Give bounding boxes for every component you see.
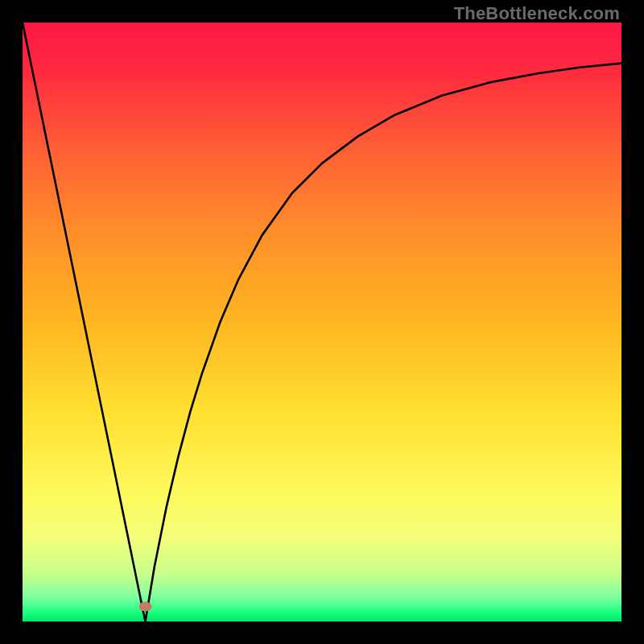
curve-line (23, 23, 621, 621)
optimal-point-marker (139, 601, 152, 611)
bottleneck-curve (23, 23, 621, 621)
chart-frame: TheBottleneck.com (0, 0, 644, 644)
plot-area (23, 23, 621, 621)
watermark-text: TheBottleneck.com (454, 3, 620, 24)
